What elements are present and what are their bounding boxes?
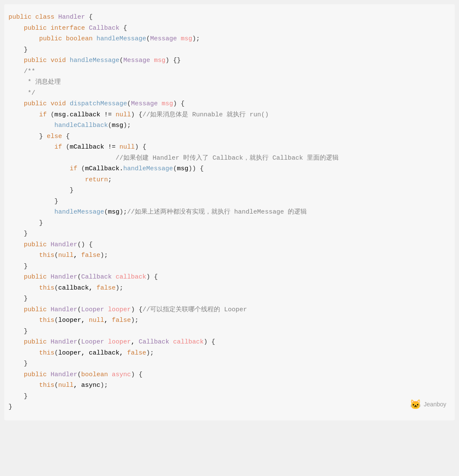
code-container: public class Handler { public interface … (4, 4, 455, 420)
code-line: public boolean handleMessage(Message msg… (8, 34, 446, 45)
code-line: } (8, 326, 446, 337)
code-line: } (8, 261, 446, 272)
code-line: } (8, 45, 446, 56)
code-line: } (8, 228, 446, 239)
code-line: public void handleMessage(Message msg) {… (8, 55, 446, 66)
code-line: //如果创建 Handler 时传入了 Callback，就执行 Callbac… (8, 153, 446, 164)
code-line: this(looper, null, false); (8, 315, 446, 326)
code-line: public Handler(Looper looper) {//可以指定关联哪… (8, 304, 446, 315)
code-line: /** (8, 66, 446, 77)
code-line: handleCallback(msg); (8, 120, 446, 131)
code-line: handleMessage(msg);//如果上述两种都没有实现，就执行 han… (8, 207, 446, 218)
code-line: } (8, 185, 446, 196)
code-line: this(null, false); (8, 250, 446, 261)
code-line: public Handler(boolean async) { (8, 369, 446, 380)
code-line: } (8, 358, 446, 369)
code-line: } (8, 196, 446, 207)
code-line: this(callback, false); (8, 283, 446, 294)
code-line: public void dispatchMessage(Message msg)… (8, 99, 446, 110)
code-line: } (8, 218, 446, 229)
code-line: } (8, 391, 446, 402)
code-line: public class Handler { (8, 12, 446, 23)
code-line: public Handler(Callback callback) { (8, 272, 446, 283)
code-line: } (8, 402, 446, 413)
code-line: } (8, 293, 446, 304)
code-line: } else { (8, 131, 446, 142)
code-line: public Handler(Looper looper, Callback c… (8, 337, 446, 348)
logo-icon: 🐱 (410, 397, 421, 412)
code-line: public interface Callback { (8, 23, 446, 34)
brand-name: Jeanboy (424, 400, 446, 410)
code-line: public Handler() { (8, 239, 446, 251)
code-line: * 消息处理 (8, 77, 446, 88)
code-line: this(looper, callback, false); (8, 348, 446, 359)
code-line: if (mCallback.handleMessage(msg)) { (8, 163, 446, 175)
code-line: this(null, async); (8, 380, 446, 391)
code-line: if (mCallback != null) { (8, 142, 446, 153)
brand-logo: 🐱 Jeanboy (410, 397, 446, 412)
code-line: return; (8, 175, 446, 186)
code-line: if (msg.callback != null) {//如果消息体是 Runn… (8, 110, 446, 121)
code-line: */ (8, 88, 446, 99)
